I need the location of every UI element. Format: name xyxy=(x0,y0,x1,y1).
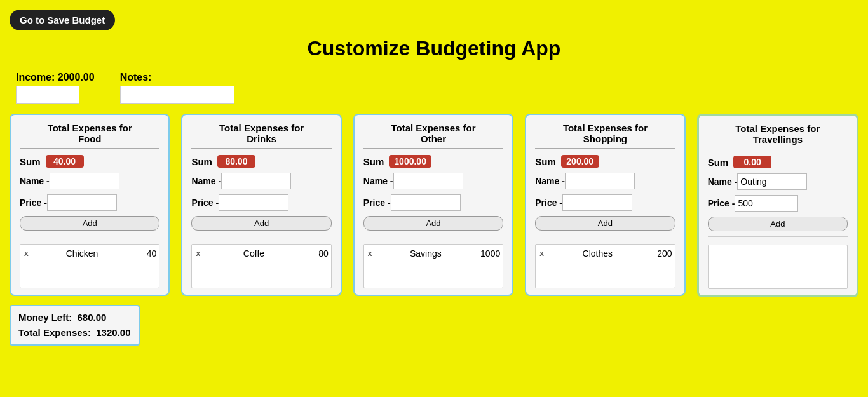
price-input-other[interactable] xyxy=(391,194,461,211)
sum-label-other: Sum xyxy=(363,156,384,167)
item-price: 200 xyxy=(650,248,672,259)
card-title-shopping: Total Expenses forShopping xyxy=(535,123,675,149)
sum-label-drinks: Sum xyxy=(191,156,212,167)
sum-row-travelling: Sum 0.00 xyxy=(708,156,848,168)
sum-row-food: Sum 40.00 xyxy=(20,155,159,168)
price-label-food: Price - xyxy=(20,198,47,208)
total-expenses-value: 1320.00 xyxy=(96,327,130,338)
name-label-travelling: Name - xyxy=(708,177,738,187)
add-button-travelling[interactable]: Add xyxy=(708,217,848,231)
items-list-drinks: x Coffe 80 xyxy=(191,244,331,288)
money-left-value: 680.00 xyxy=(78,312,107,323)
item-name: Chicken xyxy=(35,248,130,259)
name-label-shopping: Name - xyxy=(535,176,565,186)
add-button-drinks[interactable]: Add xyxy=(191,216,331,231)
price-label-drinks: Price - xyxy=(191,198,219,208)
income-label: Income: 2000.00 xyxy=(16,72,95,83)
expense-card-other: Total Expenses forOtherSum 1000.00Name -… xyxy=(353,114,513,296)
notes-group: Notes: xyxy=(120,72,234,104)
list-item: x Coffe 80 xyxy=(194,247,328,260)
item-name: Clothes xyxy=(550,248,645,259)
sum-row-drinks: Sum 80.00 xyxy=(191,155,331,168)
name-label-food: Name - xyxy=(20,176,50,186)
items-list-other: x Savings 1000 xyxy=(363,244,503,288)
sum-badge-drinks: 80.00 xyxy=(217,155,255,168)
price-row-other: Price - xyxy=(363,194,503,211)
name-row-drinks: Name - xyxy=(191,173,331,189)
expense-card-travelling: Total Expenses forTravellingsSum 0.00Nam… xyxy=(697,114,858,297)
add-button-shopping[interactable]: Add xyxy=(535,216,675,231)
remove-item-button[interactable]: x xyxy=(538,249,545,258)
card-title-other: Total Expenses forOther xyxy=(363,123,503,149)
income-group: Income: 2000.00 xyxy=(16,72,95,104)
card-title-drinks: Total Expenses forDrinks xyxy=(191,123,331,149)
items-list-shopping: x Clothes 200 xyxy=(535,244,675,288)
sum-badge-food: 40.00 xyxy=(46,155,84,168)
price-row-food: Price - xyxy=(20,194,159,211)
sum-badge-shopping: 200.00 xyxy=(561,155,599,168)
total-expenses-label: Total Expenses: xyxy=(18,327,91,338)
card-title-food: Total Expenses forFood xyxy=(20,123,159,149)
sum-label-shopping: Sum xyxy=(535,156,556,167)
name-label-other: Name - xyxy=(363,176,393,186)
name-input-drinks[interactable] xyxy=(221,173,291,189)
list-item: x Savings 1000 xyxy=(367,247,500,260)
card-title-travelling: Total Expenses forTravellings xyxy=(708,123,848,149)
name-label-drinks: Name - xyxy=(191,176,221,186)
price-input-food[interactable] xyxy=(47,194,117,211)
sum-label-travelling: Sum xyxy=(708,157,729,168)
sum-badge-other: 1000.00 xyxy=(389,155,431,168)
income-input[interactable] xyxy=(16,86,79,104)
remove-item-button[interactable]: x xyxy=(367,249,374,258)
price-input-travelling[interactable] xyxy=(735,195,798,212)
expense-card-drinks: Total Expenses forDrinksSum 80.00Name - … xyxy=(181,114,341,296)
page-title: Customize Budgeting App xyxy=(10,37,858,60)
list-item: x Clothes 200 xyxy=(538,247,672,260)
items-list-food: x Chicken 40 xyxy=(20,244,159,288)
name-row-shopping: Name - xyxy=(535,173,675,189)
name-row-food: Name - xyxy=(20,173,159,189)
price-row-drinks: Price - xyxy=(191,194,331,211)
expense-card-shopping: Total Expenses forShoppingSum 200.00Name… xyxy=(525,114,685,296)
money-left-label: Money Left: xyxy=(18,312,72,323)
name-input-other[interactable] xyxy=(393,173,463,189)
bottom-summary: Money Left: 680.00Total Expenses: 1320.0… xyxy=(10,305,140,346)
name-row-travelling: Name - xyxy=(708,173,848,190)
price-row-travelling: Price - xyxy=(708,195,848,212)
price-input-shopping[interactable] xyxy=(562,194,632,211)
item-price: 40 xyxy=(134,248,156,259)
item-price: 80 xyxy=(306,248,329,259)
add-button-food[interactable]: Add xyxy=(20,216,159,231)
notes-input[interactable] xyxy=(120,86,234,104)
price-input-drinks[interactable] xyxy=(219,194,288,211)
top-fields: Income: 2000.00 Notes: xyxy=(16,72,858,104)
sum-row-other: Sum 1000.00 xyxy=(363,155,503,168)
go-save-button[interactable]: Go to Save Budget xyxy=(10,10,115,30)
name-input-food[interactable] xyxy=(50,173,119,189)
sum-badge-travelling: 0.00 xyxy=(733,156,771,168)
name-input-shopping[interactable] xyxy=(565,173,635,189)
price-label-other: Price - xyxy=(363,198,391,208)
notes-label: Notes: xyxy=(120,72,234,83)
price-label-shopping: Price - xyxy=(535,198,562,208)
cards-row: Total Expenses forFoodSum 40.00Name - Pr… xyxy=(10,114,858,297)
name-input-travelling[interactable] xyxy=(737,173,807,190)
add-button-other[interactable]: Add xyxy=(363,216,503,231)
remove-item-button[interactable]: x xyxy=(23,249,30,258)
expense-card-food: Total Expenses forFoodSum 40.00Name - Pr… xyxy=(10,114,170,296)
price-row-shopping: Price - xyxy=(535,194,675,211)
items-list-travelling xyxy=(708,245,848,289)
remove-item-button[interactable]: x xyxy=(194,249,201,258)
item-name: Coffe xyxy=(207,248,301,259)
item-price: 1000 xyxy=(478,248,500,259)
item-name: Savings xyxy=(379,248,473,259)
list-item: x Chicken 40 xyxy=(23,247,156,260)
sum-row-shopping: Sum 200.00 xyxy=(535,155,675,168)
price-label-travelling: Price - xyxy=(708,198,735,208)
sum-label-food: Sum xyxy=(20,156,41,167)
name-row-other: Name - xyxy=(363,173,503,189)
